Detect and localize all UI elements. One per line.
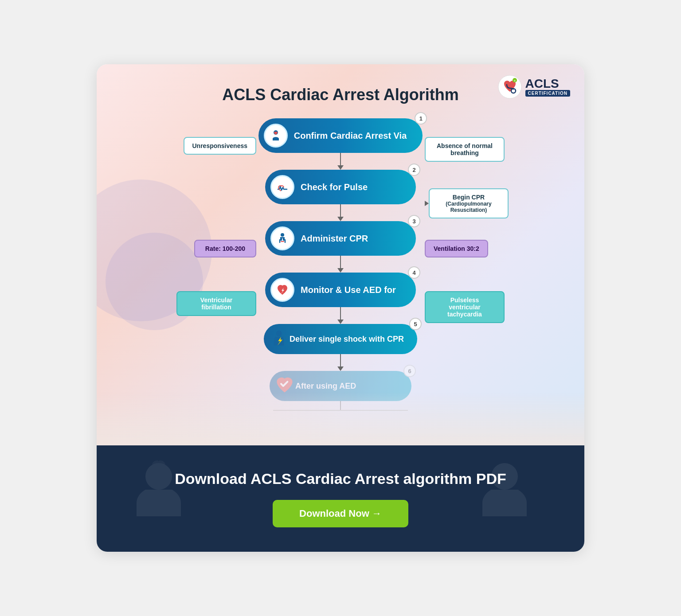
- step6-node: After using AED 6: [270, 371, 411, 401]
- shock-person-icon: [268, 328, 290, 350]
- step1-vline: [340, 153, 341, 165]
- logo-text-block: ACLS CERTIFICATION: [525, 78, 570, 97]
- step5-arrow: [337, 366, 344, 371]
- person-heart-icon: [269, 129, 282, 142]
- begin-cpr-line2: (Cardiopulmonary Resuscitation): [438, 201, 500, 213]
- step2-number: 2: [408, 164, 420, 176]
- step1-right-branch: Absence of normal breathing: [425, 118, 558, 162]
- step2-right-arrow: [425, 201, 429, 206]
- step4-vline: [340, 307, 341, 320]
- step6-icon-circle: [274, 375, 295, 397]
- step4-row: Ventricular fibrillation Monitor & U: [123, 273, 558, 324]
- unresponsiveness-box: Unresponsiveness: [184, 137, 257, 155]
- logo: + ACLS CERTIFICATION: [498, 75, 570, 99]
- pulseless-vtach-line1: Pulseless ventricular: [434, 296, 496, 311]
- step2-arrow: [337, 217, 344, 221]
- begin-cpr-line1: Begin CPR: [438, 194, 500, 201]
- step3-label: Administer CPR: [301, 234, 368, 244]
- step3-left-branch: Rate: 100-200: [123, 221, 256, 257]
- step5-node: Deliver single shock with CPR 5: [264, 324, 417, 354]
- step5-label: Deliver single shock with CPR: [290, 335, 404, 344]
- step4-number: 4: [408, 266, 420, 279]
- step1-node: Confirm Cardiac Arrest Via 1: [258, 118, 423, 153]
- step1-label: Confirm Cardiac Arrest Via: [294, 131, 407, 141]
- flowchart: Unresponsiveness Co: [123, 118, 558, 411]
- step1-icon-circle: [264, 124, 288, 148]
- step1-row: Unresponsiveness Co: [123, 118, 558, 170]
- step5-center: Deliver single shock with CPR 5: [256, 324, 425, 371]
- logo-subtitle: CERTIFICATION: [525, 90, 570, 97]
- begin-cpr-box: Begin CPR (Cardiopulmonary Resuscitation…: [429, 188, 509, 218]
- step6-label: After using AED: [295, 382, 356, 391]
- step4-left-branch: Ventricular fibrillation: [123, 273, 256, 316]
- hand-pulse-icon: [276, 180, 289, 194]
- step4-icon-circle: [270, 278, 294, 302]
- download-bg-right: [469, 454, 540, 542]
- step6-number: 6: [403, 365, 416, 377]
- step3-vline: [340, 256, 341, 268]
- main-card: + ACLS CERTIFICATION ACLS Cardiac Arrest…: [97, 64, 584, 552]
- step6-row: After using AED 6: [123, 371, 558, 411]
- step6-vline: [340, 401, 341, 410]
- step4-node: Monitor & Use AED for 4: [265, 273, 416, 307]
- step2-label: Check for Pulse: [301, 182, 368, 192]
- page-title: ACLS Cardiac Arrest Algorithm: [123, 82, 558, 104]
- step3-row: Rate: 100-200: [123, 221, 558, 273]
- download-title: Download ACLS Cardiac Arrest algorithm P…: [175, 470, 506, 487]
- step3-center: Administer CPR 3: [256, 221, 425, 273]
- step5-row: Deliver single shock with CPR 5: [123, 324, 558, 371]
- svg-point-5: [281, 233, 284, 237]
- step6-center: After using AED 6: [256, 371, 425, 411]
- step2-right-branch: Begin CPR (Cardiopulmonary Resuscitation…: [425, 170, 558, 218]
- step5-vline: [340, 354, 341, 366]
- pulseless-vtach-box: Pulseless ventricular tachycardia: [425, 291, 505, 323]
- step3-number: 3: [408, 215, 420, 227]
- download-bg-left: [123, 454, 194, 542]
- logo-name: ACLS: [525, 78, 570, 90]
- download-button-label: Download Now →: [299, 508, 382, 519]
- step4-center: Monitor & Use AED for 4: [256, 273, 425, 324]
- svg-text:+: +: [513, 79, 515, 82]
- step4-arrow: [337, 320, 344, 324]
- download-button[interactable]: Download Now →: [273, 500, 408, 527]
- rate-box: Rate: 100-200: [194, 240, 256, 257]
- logo-icon: +: [498, 75, 522, 99]
- step2-vline: [340, 204, 341, 217]
- absence-breathing-box: Absence of normal breathing: [425, 137, 505, 162]
- step3-node: Administer CPR 3: [265, 221, 416, 256]
- step1-center: Confirm Cardiac Arrest Via 1: [256, 118, 425, 170]
- step5-icon-circle: [268, 328, 290, 350]
- heart-check-icon: [274, 375, 295, 397]
- step3-right-branch: Ventilation 30:2: [425, 221, 558, 257]
- ventilation-box: Ventilation 30:2: [425, 240, 488, 257]
- step4-right-branch: Pulseless ventricular tachycardia: [425, 273, 558, 323]
- download-section: Download ACLS Cardiac Arrest algorithm P…: [97, 445, 584, 552]
- pulseless-vtach-line2: tachycardia: [434, 311, 496, 318]
- step2-row: Check for Pulse 2 Begin CPR (Cardiopulmo…: [123, 170, 558, 221]
- step2-node: Check for Pulse 2: [265, 170, 416, 204]
- step1-arrow: [337, 165, 344, 170]
- ventricular-fib-box: Ventricular fibrillation: [176, 291, 256, 316]
- step3-icon-circle: [270, 226, 294, 250]
- cpr-person-icon: [276, 232, 289, 245]
- step4-label: Monitor & Use AED for: [301, 285, 396, 295]
- step3-arrow: [337, 268, 344, 273]
- step5-number: 5: [409, 318, 422, 330]
- svg-point-7: [276, 331, 282, 336]
- heart-bolt-icon: [276, 283, 289, 296]
- step2-icon-circle: [270, 175, 294, 199]
- step1-left-branch: Unresponsiveness: [123, 118, 256, 155]
- step2-center: Check for Pulse 2: [256, 170, 425, 221]
- step6-bottom-line: [273, 410, 408, 411]
- flowchart-section: + ACLS CERTIFICATION ACLS Cardiac Arrest…: [97, 64, 584, 445]
- svg-point-9: [491, 463, 518, 490]
